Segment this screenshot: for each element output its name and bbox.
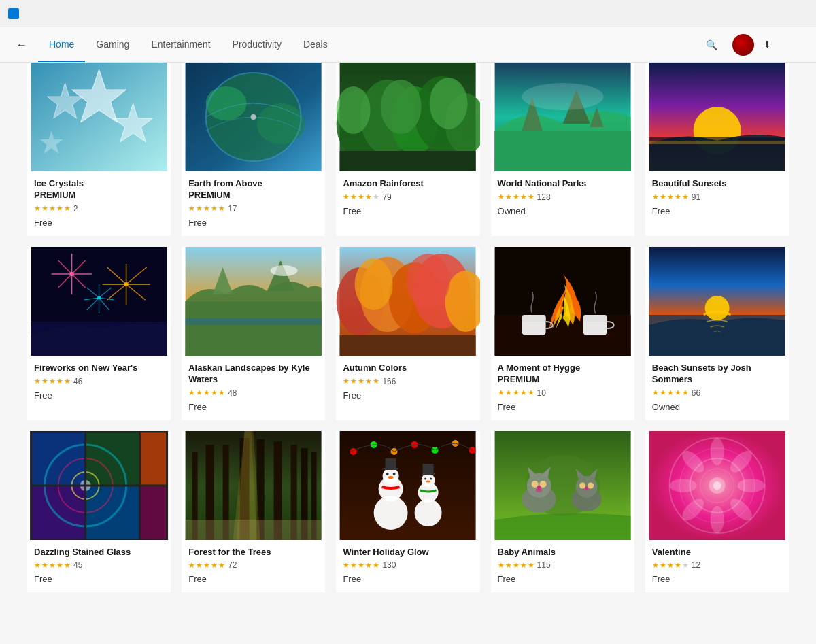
rating-count: 17	[228, 204, 237, 214]
card-info: Amazon Rainforest ★★★★★ 79 Free	[336, 171, 479, 224]
card-price: Free	[343, 574, 473, 584]
card-forest-for-trees[interactable]: Forest for the Trees ★★★★★ 72 Free	[182, 431, 325, 593]
star-rating: ★★★★★	[34, 204, 71, 213]
card-price: Owned	[652, 402, 782, 412]
svg-point-71	[407, 254, 450, 308]
card-beautiful-sunsets[interactable]: Beautiful Sunsets ★★★★★ 91 Free	[645, 63, 789, 236]
card-thumbnail	[645, 431, 789, 540]
svg-rect-130	[386, 458, 396, 469]
rating-count: 46	[73, 377, 82, 386]
card-fireworks-new-year[interactable]: Fireworks on New Year's ★★★★★ 46 Free	[27, 247, 171, 420]
tab-entertainment[interactable]: Entertainment	[140, 27, 221, 62]
card-rating: ★★★★★ 91	[652, 192, 782, 202]
tab-gaming[interactable]: Gaming	[85, 27, 140, 62]
svg-point-62	[271, 265, 298, 276]
card-price: Free	[188, 574, 318, 584]
svg-point-162	[669, 479, 696, 492]
svg-rect-109	[340, 431, 476, 540]
card-earth-from-above[interactable]: Earth from AbovePREMIUM ★★★★★ 17 Free	[182, 63, 325, 236]
card-info: Fireworks on New Year's ★★★★★ 46 Free	[27, 356, 171, 409]
star-rating: ★★★★★	[188, 561, 225, 570]
card-autumn-colors[interactable]: Autumn Colors ★★★★★ 166 Free	[336, 247, 479, 420]
svg-rect-5	[31, 63, 167, 171]
user-avatar[interactable]	[732, 34, 754, 56]
card-title: Fireworks on New Year's	[34, 362, 164, 374]
main-content: Ice CrystalsPREMIUM ★★★★★ 2 Free Eart	[0, 63, 816, 644]
rating-count: 128	[537, 192, 551, 202]
app-icon	[8, 8, 19, 19]
app-grid: Ice CrystalsPREMIUM ★★★★★ 2 Free Eart	[27, 63, 789, 592]
tab-deals[interactable]: Deals	[292, 27, 339, 62]
svg-rect-30	[649, 141, 785, 144]
card-rating: ★★★★★ 2	[34, 204, 164, 214]
card-info: Winter Holiday Glow ★★★★★ 130 Free	[336, 540, 479, 593]
download-button[interactable]: ⬇	[760, 37, 778, 52]
svg-point-81	[704, 296, 729, 320]
card-baby-animals[interactable]: Baby Animals ★★★★★ 115 Free	[491, 431, 634, 593]
card-title: Amazon Rainforest	[343, 178, 473, 190]
card-title: Alaskan Landscapes by Kyle Waters	[188, 362, 318, 386]
window-controls	[714, 3, 808, 24]
more-button[interactable]	[783, 34, 805, 56]
card-thumbnail	[491, 431, 634, 540]
rating-count: 66	[692, 388, 700, 398]
star-rating: ★★★★★	[498, 561, 534, 570]
card-info: Earth from AbovePREMIUM ★★★★★ 17 Free	[182, 171, 325, 236]
card-info: Dazzling Stained Glass ★★★★★ 45 Free	[27, 540, 171, 593]
star-rating: ★★★★★	[188, 388, 225, 397]
search-button[interactable]: 🔍	[700, 37, 727, 53]
search-icon: 🔍	[706, 39, 717, 50]
card-world-national-parks[interactable]: World National Parks ★★★★★ 128 Owned	[491, 63, 634, 236]
tab-home[interactable]: Home	[38, 27, 85, 62]
tab-productivity[interactable]: Productivity	[222, 27, 292, 62]
download-icon: ⬇	[764, 39, 771, 50]
card-winter-holiday-glow[interactable]: Winter Holiday Glow ★★★★★ 130 Free	[336, 431, 479, 593]
card-thumbnail	[491, 63, 634, 171]
card-rating: ★★★★★ 48	[188, 388, 318, 398]
svg-rect-74	[494, 315, 630, 356]
card-rating: ★★★★★ 12	[652, 560, 782, 570]
card-rating: ★★★★★ 115	[498, 560, 628, 570]
close-button[interactable]	[777, 3, 808, 24]
nav-right: 🔍 ⬇	[700, 34, 805, 56]
maximize-button[interactable]	[745, 3, 777, 24]
card-beach-sunsets-josh[interactable]: Beach Sunsets by Josh Sommers ★★★★★ 66 O…	[645, 247, 789, 420]
rating-count: 45	[73, 560, 82, 570]
card-thumbnail	[27, 431, 171, 540]
card-amazon-rainforest[interactable]: Amazon Rainforest ★★★★★ 79 Free	[336, 63, 479, 236]
card-thumbnail	[27, 247, 171, 356]
svg-rect-63	[186, 318, 322, 325]
card-valentine[interactable]: Valentine ★★★★★ 12 Free	[645, 431, 789, 593]
rating-count: 2	[73, 204, 78, 214]
card-moment-of-hygge[interactable]: A Moment of HyggePREMIUM ★★★★★ 10 Free	[491, 247, 634, 420]
back-button[interactable]: ←	[11, 34, 33, 56]
card-title: World National Parks	[498, 178, 628, 190]
rating-count: 115	[537, 560, 551, 570]
card-title: Beautiful Sunsets	[652, 178, 782, 190]
star-rating: ★★★★★	[34, 561, 71, 570]
star-rating: ★★★★★	[343, 561, 379, 570]
card-title: Earth from AbovePREMIUM	[188, 178, 318, 201]
card-info: Autumn Colors ★★★★★ 166 Free	[336, 356, 479, 409]
minimize-button[interactable]	[714, 3, 745, 24]
card-thumbnail	[645, 63, 789, 171]
svg-point-126	[424, 477, 426, 479]
card-info: Beach Sunsets by Josh Sommers ★★★★★ 66 O…	[645, 356, 789, 420]
card-title: Valentine	[652, 547, 782, 558]
card-thumbnail	[182, 247, 325, 356]
card-title: Forest for the Trees	[188, 547, 318, 558]
svg-point-165	[713, 481, 721, 490]
rating-count: 10	[537, 388, 546, 398]
card-alaskan-landscapes[interactable]: Alaskan Landscapes by Kyle Waters ★★★★★ …	[182, 247, 325, 420]
card-title: A Moment of HyggePREMIUM	[498, 362, 628, 386]
card-ice-crystals[interactable]: Ice CrystalsPREMIUM ★★★★★ 2 Free	[27, 63, 171, 236]
svg-rect-78	[583, 315, 607, 322]
card-rating: ★★★★★ 130	[343, 560, 473, 570]
card-title: Autumn Colors	[343, 362, 473, 374]
nav-tabs: Home Gaming Entertainment Productivity D…	[38, 27, 695, 62]
card-title: Beach Sunsets by Josh Sommers	[652, 362, 782, 386]
card-info: Baby Animals ★★★★★ 115 Free	[491, 540, 634, 593]
svg-rect-150	[494, 431, 630, 540]
card-dazzling-stained-glass[interactable]: Dazzling Stained Glass ★★★★★ 45 Free	[27, 431, 171, 593]
svg-rect-23	[340, 63, 476, 171]
